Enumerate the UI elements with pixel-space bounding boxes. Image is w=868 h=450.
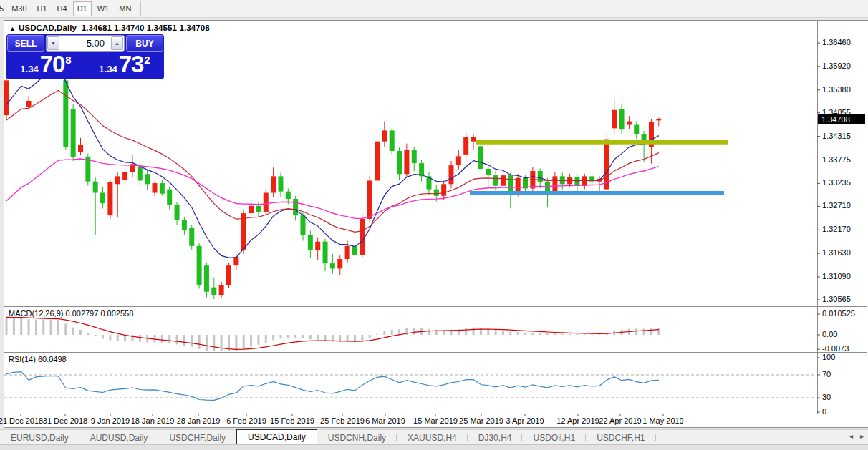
- sell-price-main: 70: [40, 52, 65, 77]
- sell-price-pip: 8: [65, 54, 71, 66]
- price-axis-label: 1.31090: [822, 272, 851, 280]
- tab-separator: [655, 434, 656, 441]
- status-bar: [0, 444, 868, 450]
- timeframe-button-w1[interactable]: W1: [93, 1, 114, 16]
- sell-button[interactable]: SELL: [7, 35, 44, 52]
- chevron-up-icon: ▲: [115, 41, 120, 46]
- tab-eurusd-daily[interactable]: EURUSD,Daily: [0, 431, 79, 444]
- date-axis-label: 25 Feb 2019: [320, 416, 365, 425]
- timeframe-button-h1[interactable]: H1: [33, 1, 52, 16]
- price-axis-label: 1.33235: [822, 178, 851, 187]
- date-axis-label: 1 May 2019: [642, 416, 683, 425]
- sell-price-prefix: 1.34: [20, 64, 38, 74]
- rsi-panel: [4, 372, 816, 401]
- timeframe-button-m30[interactable]: M30: [7, 1, 31, 16]
- date-axis-label: 22 Apr 2019: [599, 416, 641, 425]
- price-axis-label: 1.35920: [822, 62, 851, 70]
- chart-symbol-label: USDCAD,Daily: [19, 24, 77, 32]
- rsi-indicator-label: RSI(14) 60.0498: [9, 355, 67, 363]
- one-click-trading-panel: SELL ▼ 5.00 ▲ BUY 1.34 70 8 1.34 73 2: [6, 34, 164, 79]
- buy-price-main: 73: [119, 52, 144, 77]
- tab-usdchf-h1[interactable]: USDCHF,H1: [586, 431, 655, 444]
- price-axis-label: 1.31630: [822, 248, 851, 257]
- tab-dj30-h4[interactable]: DJ30,H4: [468, 431, 523, 444]
- volume-decrease-button[interactable]: ▼: [47, 36, 59, 50]
- date-axis-label: 31 Dec 2018: [43, 416, 87, 425]
- tab-xauusd-h4[interactable]: XAUUSD,H4: [397, 431, 468, 444]
- chart-tab-bar: EURUSD,DailyAUDUSD,DailyUSDCHF,DailyUSDC…: [0, 429, 868, 444]
- tabs-scroll-right-icon[interactable]: ▸: [860, 432, 864, 440]
- buy-price-display[interactable]: 1.34 73 2: [86, 52, 163, 79]
- volume-stepper: ▼ 5.00 ▲: [46, 35, 125, 52]
- chart-title: ▲USDCAD,Daily 1.34681 1.34740 1.34551 1.…: [9, 24, 210, 32]
- main-price-panel: [4, 42, 728, 299]
- date-axis-label: 9 Jan 2019: [91, 416, 130, 425]
- macd-axis-label: 0.00: [822, 330, 837, 338]
- price-axis-label: 1.32710: [822, 201, 851, 210]
- buy-price-prefix: 1.34: [99, 64, 117, 74]
- price-axis-label: 1.36460: [822, 38, 851, 47]
- symbol-triangle-icon: ▲: [9, 25, 16, 32]
- date-axis-label: 25 Mar 2019: [459, 416, 503, 425]
- price-axis-label: 1.35380: [822, 85, 851, 94]
- tab-usdchf-daily[interactable]: USDCHF,Daily: [158, 431, 236, 444]
- date-axis-label: 15 Mar 2019: [413, 416, 458, 425]
- date-axis-label: 12 Apr 2019: [556, 416, 599, 425]
- rsi-axis-label: 70: [822, 370, 831, 378]
- tab-usdoil-h1[interactable]: USDOil,H1: [522, 431, 586, 444]
- buy-button[interactable]: BUY: [126, 35, 163, 52]
- timeframe-toolbar: 5M30H1H4D1W1MN: [0, 0, 868, 18]
- toolbar-separator: [140, 1, 141, 16]
- price-axis-label: 1.30565: [822, 295, 851, 303]
- rsi-axis-label: 30: [822, 393, 831, 401]
- rsi-axis-label: 0: [822, 407, 826, 416]
- tab-usdcnh-daily[interactable]: USDCNH,Daily: [317, 431, 397, 444]
- tabs-scroll-left-icon[interactable]: ◂: [849, 432, 853, 440]
- price-axis-label: 1.32170: [822, 225, 851, 233]
- chart-ohlc-values: 1.34681 1.34740 1.34551 1.34708: [82, 24, 210, 32]
- date-axis-label: 18 Jan 2019: [131, 416, 175, 425]
- macd-indicator-label: MACD(12,26,9) 0.002797 0.002558: [9, 309, 133, 318]
- macd-panel: [6, 317, 659, 351]
- tab-audusd-daily[interactable]: AUDUSD,Daily: [79, 431, 159, 444]
- macd-axis-label: 0.010525: [822, 309, 855, 318]
- current-price-marker: 1.34708: [818, 114, 865, 124]
- price-axis-label: 1.33775: [822, 155, 851, 164]
- date-axis-label: 21 Dec 2018: [0, 416, 43, 425]
- chart-canvas[interactable]: [4, 21, 867, 427]
- date-axis-label: 28 Jan 2019: [177, 416, 221, 425]
- chevron-down-icon: ▼: [51, 41, 56, 46]
- timeframe-button-5[interactable]: 5: [0, 1, 6, 16]
- chart-window: ▲USDCAD,Daily 1.34681 1.34740 1.34551 1.…: [4, 20, 868, 428]
- timeframe-button-d1[interactable]: D1: [73, 1, 92, 16]
- macd-axis-label: -0.0073: [822, 344, 849, 353]
- date-axis-label: 3 Apr 2019: [506, 416, 544, 425]
- timeframe-button-mn[interactable]: MN: [115, 1, 135, 16]
- tab-usdcad-daily[interactable]: USDCAD,Daily: [236, 429, 317, 444]
- date-axis-label: 15 Feb 2019: [270, 416, 314, 425]
- date-axis-label: 6 Mar 2019: [365, 416, 405, 425]
- date-axis-label: 6 Feb 2019: [226, 416, 266, 425]
- tab-scroll-arrows: ◂ ▸: [849, 432, 864, 440]
- buy-price-pip: 2: [144, 54, 150, 66]
- price-axis-label: 1.34315: [822, 132, 851, 140]
- rsi-axis-label: 100: [822, 353, 835, 361]
- volume-increase-button[interactable]: ▲: [111, 36, 123, 50]
- volume-input[interactable]: 5.00: [60, 36, 110, 51]
- sell-price-display[interactable]: 1.34 70 8: [7, 52, 85, 79]
- timeframe-button-h4[interactable]: H4: [53, 1, 72, 16]
